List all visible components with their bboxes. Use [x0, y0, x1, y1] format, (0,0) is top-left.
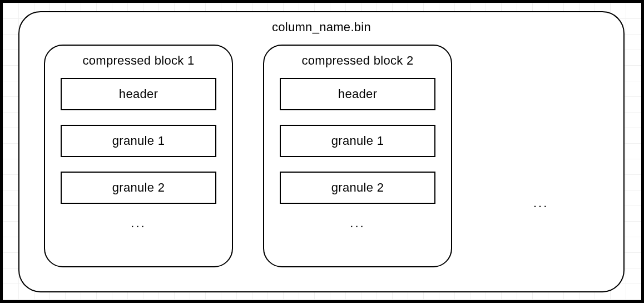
block-cell-granule: granule 2 — [61, 172, 216, 204]
ellipsis-icon: ... — [350, 216, 365, 231]
file-container: column_name.bin compressed block 1 heade… — [18, 11, 625, 292]
block-cell-granule: granule 1 — [280, 125, 435, 157]
ellipsis-icon: ... — [131, 216, 146, 231]
compressed-block-1: compressed block 1 header granule 1 gran… — [44, 45, 233, 267]
block-cell-granule: granule 1 — [61, 125, 216, 157]
block-title: compressed block 2 — [301, 53, 413, 68]
block-cell-header: header — [61, 78, 216, 110]
block-cell-header: header — [280, 78, 435, 110]
ellipsis-icon: ... — [533, 196, 548, 211]
block-title: compressed block 1 — [82, 53, 194, 68]
compressed-block-2: compressed block 2 header granule 1 gran… — [263, 45, 452, 267]
blocks-row: compressed block 1 header granule 1 gran… — [19, 45, 623, 267]
file-title: column_name.bin — [19, 20, 623, 35]
block-cell-granule: granule 2 — [280, 172, 435, 204]
